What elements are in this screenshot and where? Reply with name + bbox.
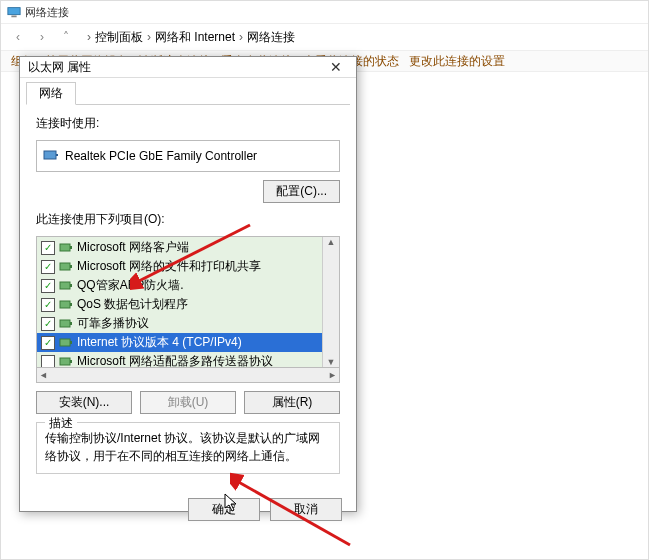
svg-rect-9 <box>70 265 72 268</box>
chevron-right-icon: ► <box>328 370 337 380</box>
configure-button[interactable]: 配置(C)... <box>263 180 340 203</box>
description-legend: 描述 <box>45 415 77 432</box>
chevron-right-icon: › <box>239 30 243 44</box>
scrollbar-vertical[interactable]: ▲ ▼ <box>322 237 339 367</box>
properties-dialog: 以太网 属性 ✕ 网络 连接时使用: Realtek PCIe GbE Fami… <box>19 56 357 512</box>
dialog-title: 以太网 属性 <box>28 59 91 76</box>
svg-rect-18 <box>60 358 70 365</box>
chevron-up-icon: ▲ <box>327 237 336 247</box>
chevron-down-icon: ▼ <box>327 357 336 367</box>
svg-rect-16 <box>60 339 70 346</box>
list-item[interactable]: Microsoft 网络适配器多路传送器协议 <box>37 352 322 367</box>
list-item-label: Microsoft 网络适配器多路传送器协议 <box>77 353 273 367</box>
crumb-2[interactable]: 网络连接 <box>247 29 295 46</box>
list-item-label: Microsoft 网络客户端 <box>77 239 189 256</box>
window-icon <box>7 5 21 19</box>
toolbar-item[interactable]: 更改此连接的设置 <box>409 53 505 70</box>
crumb-1[interactable]: 网络和 Internet <box>155 29 235 46</box>
tab-strip: 网络 <box>20 78 356 104</box>
window-titlebar: 网络连接 <box>1 1 648 24</box>
checkbox[interactable]: ✓ <box>41 336 55 350</box>
svg-rect-14 <box>60 320 70 327</box>
list-item-label: Internet 协议版本 4 (TCP/IPv4) <box>77 334 242 351</box>
adapter-icon <box>43 149 59 163</box>
list-item[interactable]: ✓Internet 协议版本 4 (TCP/IPv4) <box>37 333 322 352</box>
checkbox[interactable]: ✓ <box>41 298 55 312</box>
close-button[interactable]: ✕ <box>320 57 352 77</box>
list-item-label: 可靠多播协议 <box>77 315 149 332</box>
checkbox[interactable]: ✓ <box>41 260 55 274</box>
component-icon <box>59 318 73 330</box>
svg-rect-12 <box>60 301 70 308</box>
nav-back-button[interactable]: ‹ <box>7 27 29 47</box>
dialog-body: 连接时使用: Realtek PCIe GbE Family Controlle… <box>26 104 350 484</box>
cancel-button[interactable]: 取消 <box>270 498 342 521</box>
checkbox[interactable]: ✓ <box>41 279 55 293</box>
description-group: 描述 传输控制协议/Internet 协议。该协议是默认的广域网络协议，用于在不… <box>36 422 340 474</box>
install-button[interactable]: 安装(N)... <box>36 391 132 414</box>
crumb-0[interactable]: 控制面板 <box>95 29 143 46</box>
svg-rect-15 <box>70 322 72 325</box>
uninstall-button[interactable]: 卸载(U) <box>140 391 236 414</box>
properties-button[interactable]: 属性(R) <box>244 391 340 414</box>
list-item[interactable]: ✓QQ管家ARP防火墙. <box>37 276 322 295</box>
checkbox[interactable]: ✓ <box>41 317 55 331</box>
checkbox[interactable]: ✓ <box>41 241 55 255</box>
svg-rect-0 <box>8 8 20 15</box>
button-row: 安装(N)... 卸载(U) 属性(R) <box>36 391 340 414</box>
scrollbar-horizontal[interactable]: ◄ ► <box>36 368 340 383</box>
list-item[interactable]: ✓Microsoft 网络的文件和打印机共享 <box>37 257 322 276</box>
svg-rect-11 <box>70 284 72 287</box>
nav-arrows: ‹ › ˄ <box>7 27 77 47</box>
adapter-field: Realtek PCIe GbE Family Controller <box>36 140 340 172</box>
svg-rect-13 <box>70 303 72 306</box>
svg-rect-10 <box>60 282 70 289</box>
adapter-name: Realtek PCIe GbE Family Controller <box>65 149 257 163</box>
components-listbox[interactable]: ✓Microsoft 网络客户端✓Microsoft 网络的文件和打印机共享✓Q… <box>36 236 340 368</box>
component-icon <box>59 299 73 311</box>
list-item-label: Microsoft 网络的文件和打印机共享 <box>77 258 261 275</box>
svg-rect-19 <box>70 360 72 363</box>
svg-rect-6 <box>60 244 70 251</box>
svg-rect-8 <box>60 263 70 270</box>
tab-network[interactable]: 网络 <box>26 82 76 105</box>
dialog-titlebar: 以太网 属性 ✕ <box>20 57 356 78</box>
svg-rect-1 <box>11 16 16 18</box>
list-item[interactable]: ✓QoS 数据包计划程序 <box>37 295 322 314</box>
breadcrumb: ‹ › ˄ › 控制面板 › 网络和 Internet › 网络连接 <box>1 24 648 50</box>
list-item-label: QoS 数据包计划程序 <box>77 296 188 313</box>
nav-up-button[interactable]: ˄ <box>55 27 77 47</box>
description-text: 传输控制协议/Internet 协议。该协议是默认的广域网络协议，用于在不同的相… <box>45 429 331 465</box>
dialog-footer: 确定 取消 <box>20 490 356 529</box>
svg-rect-5 <box>56 154 58 156</box>
svg-rect-7 <box>70 246 72 249</box>
checkbox[interactable] <box>41 355 55 368</box>
nav-forward-button[interactable]: › <box>31 27 53 47</box>
list-item[interactable]: ✓Microsoft 网络客户端 <box>37 238 322 257</box>
chevron-left-icon: ◄ <box>39 370 48 380</box>
connect-using-label: 连接时使用: <box>36 115 340 132</box>
component-icon <box>59 337 73 349</box>
close-icon: ✕ <box>330 59 342 75</box>
svg-rect-4 <box>44 151 56 159</box>
items-label: 此连接使用下列项目(O): <box>36 211 340 228</box>
window-title: 网络连接 <box>25 5 69 20</box>
chevron-right-icon: › <box>87 30 91 44</box>
ok-button[interactable]: 确定 <box>188 498 260 521</box>
component-icon <box>59 242 73 254</box>
component-icon <box>59 356 73 368</box>
list-item[interactable]: ✓可靠多播协议 <box>37 314 322 333</box>
list-item-label: QQ管家ARP防火墙. <box>77 277 184 294</box>
chevron-right-icon: › <box>147 30 151 44</box>
component-icon <box>59 261 73 273</box>
component-icon <box>59 280 73 292</box>
svg-rect-17 <box>70 341 72 344</box>
